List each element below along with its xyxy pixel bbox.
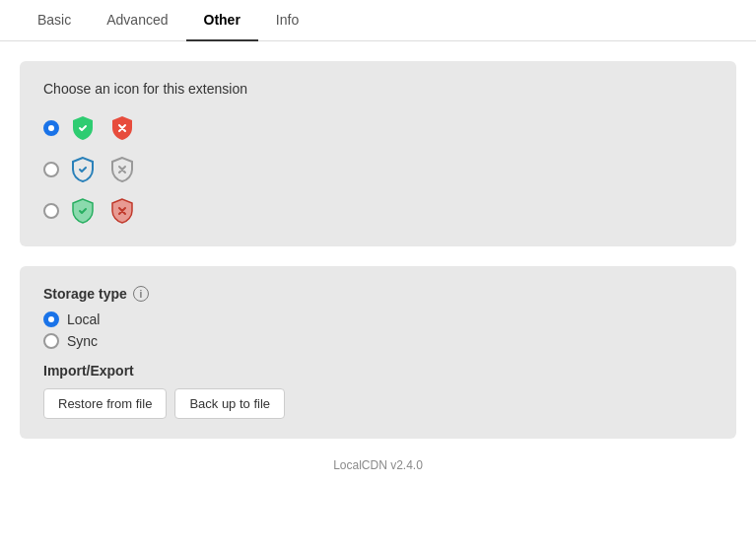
storage-local-option[interactable]: Local <box>43 311 713 327</box>
storage-local-label: Local <box>67 311 100 327</box>
tab-basic[interactable]: Basic <box>20 0 89 41</box>
icon-radio-2[interactable] <box>43 162 59 177</box>
tab-other[interactable]: Other <box>186 0 258 41</box>
storage-sync-radio[interactable] <box>43 333 59 349</box>
icon-radio-1[interactable] <box>43 120 59 136</box>
restore-from-file-button[interactable]: Restore from file <box>43 388 167 419</box>
icon-teal-outline-2[interactable] <box>67 154 99 185</box>
icon-radio-3[interactable] <box>43 203 59 219</box>
backup-to-file-button[interactable]: Back up to file <box>174 388 285 419</box>
storage-type-label: Storage type i <box>43 286 713 302</box>
icon-gray-x-2[interactable] <box>106 154 138 185</box>
icon-row-1[interactable] <box>43 112 713 144</box>
icon-selection-card: Choose an icon for this extension <box>20 61 736 246</box>
storage-info-icon[interactable]: i <box>133 286 149 302</box>
icon-row-2[interactable] <box>43 154 713 185</box>
version-text: LocalCDN v2.4.0 <box>333 458 423 472</box>
tab-advanced[interactable]: Advanced <box>89 0 185 41</box>
storage-sync-option[interactable]: Sync <box>43 333 713 349</box>
import-export-label: Import/Export <box>43 363 713 379</box>
storage-type-card: Storage type i Local Sync Import/Export … <box>20 266 736 439</box>
import-export-buttons: Restore from file Back up to file <box>43 388 713 419</box>
icon-row-3[interactable] <box>43 195 713 227</box>
icon-green-filled-1[interactable] <box>67 112 99 144</box>
icon-red-outline-3[interactable] <box>106 195 138 227</box>
tab-bar: Basic Advanced Other Info <box>0 0 756 41</box>
storage-local-radio[interactable] <box>43 311 59 327</box>
icon-grid <box>43 112 713 227</box>
icon-red-x-1[interactable] <box>106 112 138 144</box>
icon-section-title: Choose an icon for this extension <box>43 81 713 97</box>
storage-sync-label: Sync <box>67 333 98 349</box>
icon-green-outline-3[interactable] <box>67 195 99 227</box>
tab-info[interactable]: Info <box>258 0 316 41</box>
footer: LocalCDN v2.4.0 <box>0 458 756 488</box>
